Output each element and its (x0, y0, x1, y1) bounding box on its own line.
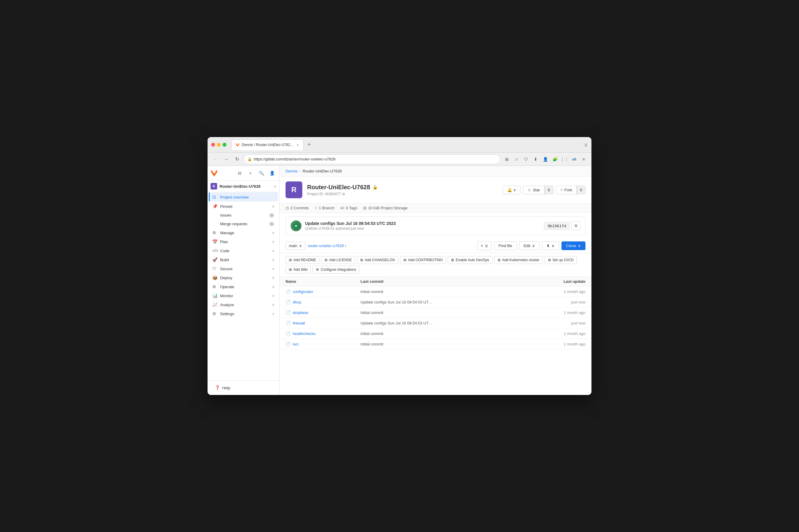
sidebar-item-help[interactable]: ❓ Help (211, 383, 275, 392)
add-license-button[interactable]: ⊞ Add LICENSE (321, 256, 355, 264)
add-readme-icon: ⊞ (289, 258, 292, 262)
sidebar-section-settings[interactable]: ⚙ Settings ∨ (209, 309, 278, 318)
add-wiki-button[interactable]: ⊞ Add Wiki (286, 266, 311, 273)
new-tab-button[interactable]: + (305, 141, 313, 149)
path-root[interactable]: router-unielec-u7628 (308, 244, 344, 248)
sidebar-section-manage[interactable]: ⚙ Manage ∨ (209, 229, 278, 237)
notification-group: 🔔 ∨ (503, 186, 521, 194)
sidebar-section-analyze[interactable]: 📈 Analyze ∨ (209, 301, 278, 309)
sidebar-item-project-overview[interactable]: ⊡ Project overview (209, 192, 278, 202)
avatar-icon (292, 222, 300, 229)
sidebar-section-deploy[interactable]: 📦 Deploy ∨ (209, 273, 278, 282)
shield-icon[interactable]: 🛡 (522, 155, 530, 164)
apps-icon[interactable]: ⊞ (503, 155, 511, 164)
kubernetes-icon: ⊞ (498, 258, 500, 262)
traffic-lights (211, 143, 226, 147)
find-file-button[interactable]: Find file (494, 242, 517, 250)
folder-icon: 📄 (286, 289, 291, 294)
sidebar-search-button[interactable]: 🔍 (256, 168, 266, 178)
sidebar-section-build[interactable]: 🚀 Build ∨ (209, 255, 278, 264)
deploy-label: Deploy (220, 276, 232, 280)
edit-button[interactable]: Edit ∨ (519, 242, 539, 250)
branch-selector[interactable]: main ∨ (286, 242, 305, 250)
storage-stat: ⊟ 10 KiB Project Storage (363, 206, 407, 210)
fork-icon: ⑂ (560, 188, 563, 192)
fork-button[interactable]: ⑂ Fork (556, 186, 577, 194)
setup-cicd-button[interactable]: ⊞ Set up CI/CD (545, 256, 577, 264)
grid-icon[interactable]: ⋮⋮ (560, 155, 569, 164)
configure-integrations-button[interactable]: ⚙ Configure Integrations (312, 266, 359, 273)
add-contributing-button[interactable]: ⊞ Add CONTRIBUTING (400, 256, 446, 264)
reload-button[interactable]: ↻ (233, 155, 241, 164)
breadcrumb-parent-link[interactable]: Dennis (286, 169, 298, 173)
url-text: https://gitlab.com/dzianisv/router-uniel… (254, 157, 335, 162)
maximize-button[interactable] (223, 143, 226, 147)
sidebar-add-button[interactable]: + (246, 168, 255, 178)
file-update-configurator: 1 month ago (511, 289, 586, 294)
branches-stat[interactable]: ⑂ 1 Branch (315, 206, 335, 210)
file-update-luci: 1 month ago (511, 342, 586, 346)
bookmark-icon[interactable]: ☆ (512, 155, 521, 164)
tab-close-button[interactable]: ✕ (296, 143, 300, 147)
sidebar-section-monitor[interactable]: 📊 Monitor ∨ (209, 291, 278, 300)
code-icon: </> (212, 248, 218, 253)
notification-button[interactable]: 🔔 ∨ (503, 186, 520, 194)
minimize-button[interactable] (217, 143, 221, 147)
clone-button[interactable]: Clone ∨ (562, 242, 586, 250)
sidebar-section-secure[interactable]: 🛡 Secure ∨ (209, 265, 278, 273)
sidebar-section-code[interactable]: </> Code ∨ (209, 247, 278, 255)
sidebar-section-pinned[interactable]: 📌 Pinned ∧ (209, 202, 278, 210)
sidebar-panel-toggle[interactable]: ⊟ (235, 168, 244, 178)
file-name-dhcp[interactable]: 📄 dhcp (286, 300, 361, 304)
file-name-dropbear[interactable]: 📄 dropbear (286, 310, 361, 315)
active-tab[interactable]: Dennis / Router-UniElec-U762… ✕ (231, 139, 304, 150)
project-selector[interactable]: R Router-UniElec-U7628 ∨ (208, 180, 279, 192)
enable-auto-devops-button[interactable]: ⊞ Enable Auto DevOps (448, 256, 492, 264)
hash-code: 9b1961fd (544, 222, 570, 230)
file-table: Name Last commit Last update 📄 configura… (280, 277, 591, 349)
tab-bar: Dennis / Router-UniElec-U762… ✕ + (231, 139, 582, 150)
folder-icon: 📄 (286, 300, 291, 304)
sidebar-item-merge-requests[interactable]: Merge requests 0 (209, 220, 278, 228)
add-readme-button[interactable]: ⊞ Add README (286, 256, 319, 264)
add-kubernetes-button[interactable]: ⊞ Add Kubernetes cluster (494, 256, 543, 264)
menu-icon[interactable]: ≡ (579, 155, 588, 164)
tags-stat[interactable]: 🏷 0 Tags (340, 206, 357, 210)
back-button[interactable]: ← (211, 155, 220, 164)
quick-actions: ⊞ Add README ⊞ Add LICENSE ⊞ Add CHANGEL… (280, 253, 591, 277)
close-button[interactable] (211, 143, 215, 147)
extension-icon[interactable]: 🧩 (551, 155, 559, 164)
add-license-icon: ⊞ (324, 258, 327, 262)
download-button[interactable]: ⬇ ∨ (542, 242, 559, 250)
star-button[interactable]: ☆ Star (524, 186, 545, 194)
secure-label: Secure (220, 267, 232, 271)
file-name-healthchecks[interactable]: 📄 healthchecks (286, 331, 361, 336)
path-breadcrumb: router-unielec-u7628 / (308, 244, 475, 248)
plan-icon: 📅 (212, 239, 218, 244)
file-name-firewall[interactable]: 📄 firewall (286, 321, 361, 325)
profile-icon[interactable]: 👤 (541, 155, 550, 164)
download-icon[interactable]: ⬇ (531, 155, 540, 164)
ublock-icon[interactable]: uB (570, 155, 578, 164)
sidebar-section-plan[interactable]: 📅 Plan ∨ (209, 238, 278, 246)
file-name-luci[interactable]: 📄 luci (286, 342, 361, 346)
manage-label: Manage (220, 231, 234, 235)
copy-id-icon[interactable]: ⧉ (342, 192, 345, 196)
sidebar-user-button[interactable]: 👤 (267, 168, 277, 178)
table-row: 📄 firewall Update configs Sun Jul 16 09:… (280, 318, 591, 328)
add-changelog-button[interactable]: ⊞ Add CHANGELOG (357, 256, 398, 264)
add-file-button[interactable]: + ∨ (477, 241, 492, 250)
table-row: 📄 luci Initial commit 1 month ago (280, 339, 591, 349)
address-bar[interactable]: 🔒 https://gitlab.com/dzianisv/router-uni… (244, 154, 500, 164)
forward-button[interactable]: → (222, 155, 230, 164)
browser-window: Dennis / Router-UniElec-U762… ✕ + ∨ ← → … (208, 137, 591, 395)
deploy-icon: 📦 (212, 275, 218, 280)
file-name-configurator[interactable]: 📄 configurator (286, 289, 361, 294)
sidebar-item-issues[interactable]: Issues 0 (209, 211, 278, 219)
branch-chevron-icon: ∨ (299, 244, 302, 248)
edit-chevron-icon: ∨ (532, 244, 535, 248)
copy-hash-button[interactable]: ⧉ (571, 221, 581, 230)
commits-stat[interactable]: ◷ 2 Commits (286, 206, 309, 210)
pinned-chevron: ∧ (272, 205, 274, 208)
sidebar-section-operate[interactable]: ⚙ Operate ∨ (209, 283, 278, 291)
